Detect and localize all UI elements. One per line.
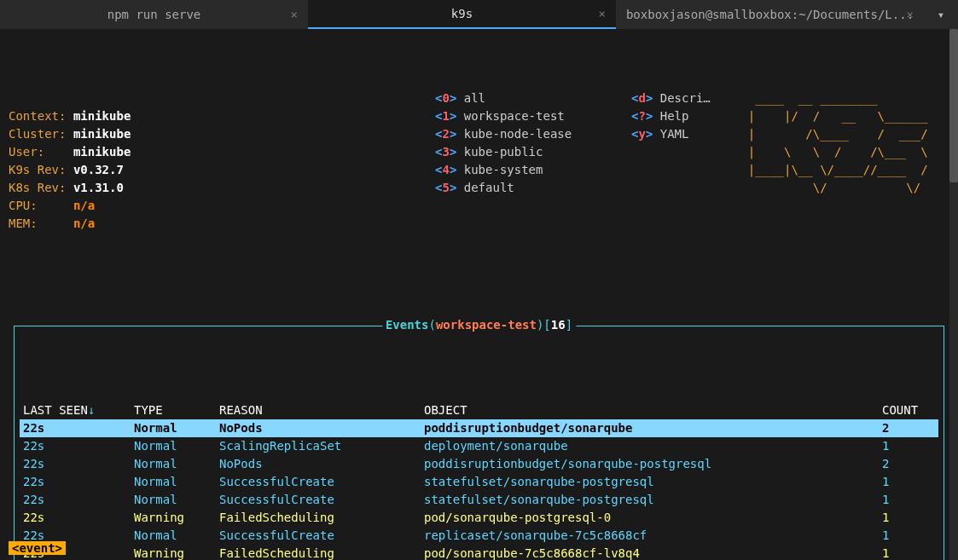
cell-type: Normal: [131, 455, 216, 473]
scrollbar[interactable]: [949, 29, 958, 560]
cell-reason: NoPods: [216, 455, 421, 473]
cell-last-seen: 22s: [20, 509, 131, 527]
cell-object: statefulset/sonarqube-postgresql: [421, 473, 879, 491]
cell-last-seen: 22s: [20, 437, 131, 455]
tab-label: npm run serve: [107, 8, 201, 21]
tab-label: boxboxjason@smallboxbox:~/Documents/L...: [626, 8, 914, 21]
namespace-hotkeys: <0> all<1> workspace-test<2> kube-node-l…: [435, 89, 631, 251]
cell-object: poddisruptionbudget/sonarqube: [421, 419, 879, 437]
cell-reason: FailedScheduling: [216, 509, 421, 527]
info-key: MEM:: [9, 216, 38, 230]
cell-last-seen: 22s: [20, 473, 131, 491]
cell-count: 1: [879, 473, 938, 491]
close-icon[interactable]: ×: [599, 7, 606, 20]
cell-object: pod/sonarqube-7c5c8668cf-lv8q4: [421, 545, 879, 560]
command-hotkey[interactable]: <d> Descri…: [631, 89, 734, 107]
info-key: CPU:: [9, 199, 38, 212]
cell-reason: ScalingReplicaSet: [216, 437, 421, 455]
cell-object: deployment/sonarqube: [421, 437, 879, 455]
cell-count: 1: [879, 527, 938, 545]
cell-type: Normal: [131, 491, 216, 509]
close-icon[interactable]: ×: [291, 8, 298, 21]
cell-count: 1: [879, 545, 938, 560]
command-hotkey[interactable]: <?> Help: [631, 107, 734, 125]
cell-count: 2: [879, 419, 938, 437]
cell-count: 1: [879, 437, 938, 455]
table-row[interactable]: 22s Normal NoPods poddisruptionbudget/so…: [20, 455, 938, 473]
cell-reason: NoPods: [216, 419, 421, 437]
cluster-info: Context: minikube Cluster: minikube User…: [9, 89, 435, 251]
cell-object: replicaset/sonarqube-7c5c8668cf: [421, 527, 879, 545]
table-row[interactable]: 22s Warning FailedScheduling pod/sonarqu…: [20, 545, 938, 560]
table-row[interactable]: 22s Normal NoPods poddisruptionbudget/so…: [20, 419, 938, 437]
info-value: v0.32.7: [73, 163, 124, 176]
cell-reason: FailedScheduling: [216, 545, 421, 560]
col-last-seen[interactable]: LAST SEEN: [23, 403, 88, 417]
namespace-hotkey[interactable]: <4> kube-system: [435, 161, 631, 179]
chevron-down-icon: ▾: [938, 8, 944, 21]
namespace-hotkey[interactable]: <2> kube-node-lease: [435, 125, 631, 143]
col-count[interactable]: COUNT: [879, 401, 938, 419]
table-row[interactable]: 22s Normal SuccessfulCreate replicaset/s…: [20, 527, 938, 545]
cell-last-seen: 22s: [20, 419, 131, 437]
cell-reason: SuccessfulCreate: [216, 527, 421, 545]
info-value: n/a: [73, 199, 95, 212]
namespace-hotkey[interactable]: <5> default: [435, 179, 631, 197]
info-value: minikube: [73, 109, 131, 123]
command-hotkeys: <d> Descri…<?> Help<y> YAML: [631, 89, 734, 251]
cell-object: poddisruptionbudget/sonarqube-postgresql: [421, 455, 879, 473]
terminal-content: Context: minikube Cluster: minikube User…: [0, 29, 958, 560]
scrollbar-thumb[interactable]: [949, 29, 958, 182]
cell-count: 1: [879, 491, 938, 509]
k9s-ascii-logo: ____ __ ________ | |/ / __ \______ | /\_…: [734, 89, 928, 251]
table-row[interactable]: 22s Normal ScalingReplicaSet deployment/…: [20, 437, 938, 455]
info-key: K9s Rev:: [9, 163, 66, 176]
cell-type: Normal: [131, 437, 216, 455]
namespace-hotkey[interactable]: <1> workspace-test: [435, 107, 631, 125]
table-row[interactable]: 22s Normal SuccessfulCreate statefulset/…: [20, 491, 938, 509]
tab-menu-button[interactable]: ▾: [924, 0, 958, 29]
events-title: Events(workspace-test)[16]: [382, 316, 576, 334]
info-key: User:: [9, 145, 44, 159]
info-key: Context:: [9, 109, 66, 123]
table-row[interactable]: 22s Warning FailedScheduling pod/sonarqu…: [20, 509, 938, 527]
namespace-hotkey[interactable]: <0> all: [435, 89, 631, 107]
info-value: minikube: [73, 127, 131, 141]
tab-npm[interactable]: npm run serve ×: [0, 0, 308, 29]
breadcrumb-bar: <event>: [9, 541, 66, 555]
col-object[interactable]: OBJECT: [421, 401, 879, 419]
cell-reason: SuccessfulCreate: [216, 491, 421, 509]
cell-object: pod/sonarqube-postgresql-0: [421, 509, 879, 527]
breadcrumb[interactable]: <event>: [9, 541, 66, 555]
cell-type: Normal: [131, 473, 216, 491]
cell-count: 1: [879, 509, 938, 527]
tab-bar: npm run serve × k9s × boxboxjason@smallb…: [0, 0, 958, 29]
cell-reason: SuccessfulCreate: [216, 473, 421, 491]
cell-type: Normal: [131, 527, 216, 545]
events-table[interactable]: LAST SEEN↓ TYPE REASON OBJECT COUNT 22s …: [20, 401, 938, 560]
cell-object: statefulset/sonarqube-postgresql: [421, 491, 879, 509]
tab-terminal[interactable]: boxboxjason@smallboxbox:~/Documents/L...…: [616, 0, 924, 29]
table-row[interactable]: 22s Normal SuccessfulCreate statefulset/…: [20, 473, 938, 491]
cell-last-seen: 22s: [20, 491, 131, 509]
cell-type: Normal: [131, 419, 216, 437]
cell-type: Warning: [131, 545, 216, 560]
info-value: minikube: [73, 145, 131, 159]
col-reason[interactable]: REASON: [216, 401, 421, 419]
cell-count: 2: [879, 455, 938, 473]
cell-last-seen: 22s: [20, 455, 131, 473]
info-key: Cluster:: [9, 127, 66, 141]
info-value: v1.31.0: [73, 181, 124, 194]
close-icon[interactable]: ×: [907, 8, 914, 21]
tab-k9s[interactable]: k9s ×: [308, 0, 616, 29]
info-key: K8s Rev:: [9, 181, 66, 194]
cell-type: Warning: [131, 509, 216, 527]
events-panel: Events(workspace-test)[16] LAST SEEN↓ TY…: [14, 326, 944, 560]
info-value: n/a: [73, 216, 95, 230]
namespace-hotkey[interactable]: <3> kube-public: [435, 143, 631, 161]
sort-indicator-icon: ↓: [88, 403, 95, 417]
col-type[interactable]: TYPE: [131, 401, 216, 419]
table-header-row: LAST SEEN↓ TYPE REASON OBJECT COUNT: [20, 401, 938, 419]
tab-label: k9s: [451, 7, 473, 20]
command-hotkey[interactable]: <y> YAML: [631, 125, 734, 143]
